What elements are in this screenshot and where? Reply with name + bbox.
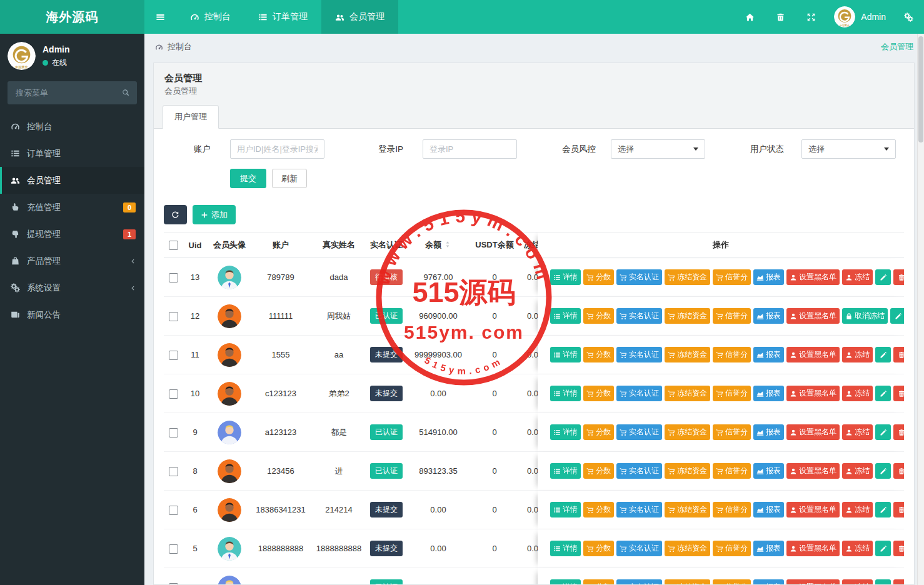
topnav-item-members[interactable]: 会员管理 [321,0,398,34]
freeze-funds-button[interactable]: 冻结资金 [665,502,710,518]
realname-auth-button[interactable]: 实名认证 [616,269,662,285]
topnav-item-orders[interactable]: 订单管理 [244,0,321,34]
breadcrumb[interactable]: 控制台 [155,41,192,52]
row-checkbox[interactable] [169,428,178,438]
blacklist-button[interactable]: 设置黑名单 [786,347,840,362]
report-button[interactable]: 报表 [753,541,784,556]
delete-button[interactable] [893,463,904,479]
blacklist-button[interactable]: 设置黑名单 [786,541,840,556]
detail-button[interactable]: 详情 [550,579,581,585]
edit-button[interactable] [875,579,891,585]
sidebar-toggle-button[interactable] [144,0,176,34]
detail-button[interactable]: 详情 [550,424,581,440]
menu-search-input[interactable] [8,81,137,104]
account-search-input[interactable] [230,139,324,159]
sidebar-item-dashboard[interactable]: 控制台 [0,113,144,140]
row-checkbox[interactable] [169,544,178,554]
detail-button[interactable]: 详情 [550,308,581,324]
add-member-button[interactable]: 添加 [193,205,236,224]
home-button[interactable] [735,0,765,34]
report-button[interactable]: 报表 [753,308,784,324]
blacklist-button[interactable]: 设置黑名单 [786,579,840,585]
freeze-button[interactable]: 冻结 [842,463,873,479]
score-button[interactable]: 分数 [583,579,614,585]
delete-button[interactable] [893,347,904,362]
delete-button[interactable] [893,269,904,285]
realname-auth-button[interactable]: 实名认证 [616,541,662,556]
credit-score-button[interactable]: 信誉分 [713,579,751,585]
blacklist-button[interactable]: 设置黑名单 [786,502,840,518]
detail-button[interactable]: 详情 [550,502,581,518]
score-button[interactable]: 分数 [583,502,614,518]
realname-auth-button[interactable]: 实名认证 [616,347,662,362]
credit-score-button[interactable]: 信誉分 [713,502,751,518]
realname-auth-button[interactable]: 实名认证 [616,308,662,324]
refresh-button[interactable]: 刷新 [272,169,307,188]
sidebar-item-members[interactable]: 会员管理 [0,167,144,194]
table-refresh-button[interactable] [164,205,187,224]
delete-button[interactable] [893,541,904,556]
realname-auth-button[interactable]: 实名认证 [616,579,662,585]
sidebar-item-withdraw[interactable]: 提现管理1 [0,221,144,248]
sidebar-item-orders[interactable]: 订单管理 [0,140,144,167]
report-button[interactable]: 报表 [753,386,784,401]
delete-button[interactable] [893,386,904,401]
freeze-funds-button[interactable]: 冻结资金 [665,347,710,362]
login-ip-input[interactable] [423,139,517,159]
detail-button[interactable]: 详情 [550,347,581,362]
blacklist-button[interactable]: 设置黑名单 [786,386,840,401]
row-checkbox[interactable] [169,583,178,585]
row-checkbox[interactable] [169,273,178,282]
topnav-item-dashboard[interactable]: 控制台 [176,0,244,34]
freeze-funds-button[interactable]: 冻结资金 [665,269,710,285]
freeze-funds-button[interactable]: 冻结资金 [665,308,710,324]
freeze-button[interactable]: 冻结 [842,541,873,556]
score-button[interactable]: 分数 [583,424,614,440]
detail-button[interactable]: 详情 [550,386,581,401]
sidebar-item-news[interactable]: 新闻公告 [0,301,144,328]
user-menu[interactable]: 中国黄金 Admin [826,0,893,34]
column-header[interactable]: 余额 [405,232,471,258]
edit-button[interactable] [875,347,891,362]
row-checkbox[interactable] [169,467,178,476]
blacklist-button[interactable]: 设置黑名单 [786,424,840,440]
freeze-button[interactable]: 冻结 [842,502,873,518]
tab-user-management[interactable]: 用户管理 [163,105,219,129]
credit-score-button[interactable]: 信誉分 [713,386,751,401]
breadcrumb-current[interactable]: 会员管理 [881,41,913,52]
brand-logo[interactable]: 海外源码 [0,0,144,34]
report-button[interactable]: 报表 [753,424,784,440]
report-button[interactable]: 报表 [753,502,784,518]
blacklist-button[interactable]: 设置黑名单 [786,269,840,285]
credit-score-button[interactable]: 信誉分 [713,541,751,556]
edit-button[interactable] [875,424,891,440]
score-button[interactable]: 分数 [583,269,614,285]
report-button[interactable]: 报表 [753,463,784,479]
detail-button[interactable]: 详情 [550,269,581,285]
search-icon[interactable] [121,88,130,97]
credit-score-button[interactable]: 信誉分 [713,424,751,440]
credit-score-button[interactable]: 信誉分 [713,308,751,324]
fullscreen-button[interactable] [796,0,826,34]
credit-score-button[interactable]: 信誉分 [713,347,751,362]
freeze-button[interactable]: 冻结 [842,347,873,362]
blacklist-button[interactable]: 设置黑名单 [786,308,840,324]
submit-button[interactable]: 提交 [230,169,266,188]
realname-auth-button[interactable]: 实名认证 [616,424,662,440]
scrollbar-thumb[interactable] [918,36,923,142]
edit-button[interactable] [875,386,891,401]
edit-button[interactable] [875,463,891,479]
score-button[interactable]: 分数 [583,541,614,556]
trash-button[interactable] [765,0,796,34]
realname-auth-button[interactable]: 实名认证 [616,502,662,518]
blacklist-button[interactable]: 设置黑名单 [786,463,840,479]
report-button[interactable]: 报表 [753,579,784,585]
credit-score-button[interactable]: 信誉分 [713,269,751,285]
report-button[interactable]: 报表 [753,347,784,362]
sidebar-item-products[interactable]: 产品管理 [0,248,144,274]
delete-button[interactable] [893,502,904,518]
row-checkbox[interactable] [169,389,178,399]
score-button[interactable]: 分数 [583,308,614,324]
freeze-funds-button[interactable]: 冻结资金 [665,541,710,556]
freeze-funds-button[interactable]: 冻结资金 [665,386,710,401]
